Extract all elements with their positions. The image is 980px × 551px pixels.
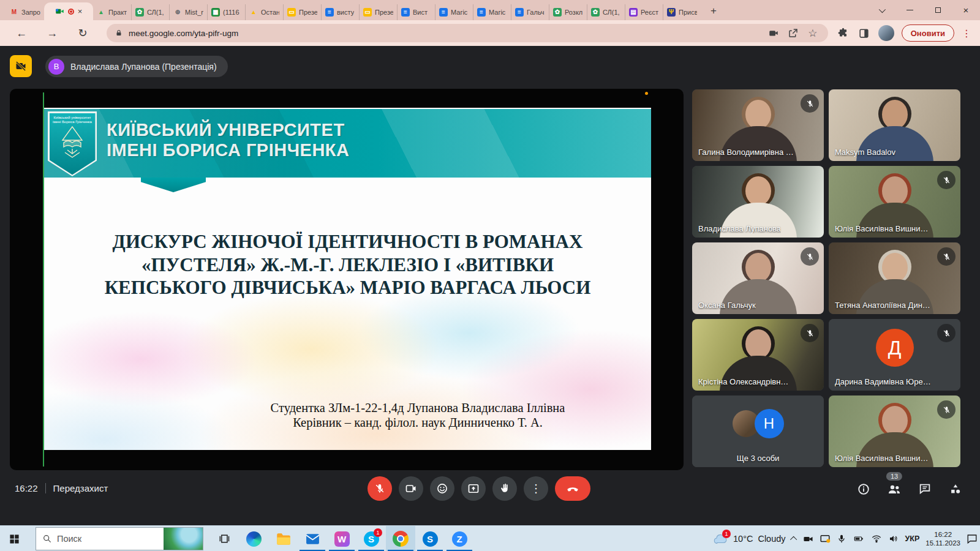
participant-tile[interactable]: Галина Володимирівна … (692, 89, 824, 161)
tab-close-icon[interactable]: × (78, 7, 83, 15)
tray-cast-icon[interactable] (820, 533, 831, 544)
task-view-button[interactable] (211, 526, 238, 551)
reading-mode-icon[interactable] (858, 26, 871, 40)
browser-tab[interactable]: ▲ Практ (93, 4, 131, 20)
mic-button[interactable] (368, 476, 392, 501)
meeting-info: 16:22 Передзахист (15, 483, 108, 493)
reactions-button[interactable] (430, 476, 454, 501)
window-close-button[interactable]: × (952, 0, 980, 20)
tab-favicon: ✿ (591, 8, 600, 17)
more-options-button[interactable]: ⋮ (524, 476, 548, 501)
camera-off-warning-icon[interactable] (10, 55, 32, 77)
tray-volume-icon[interactable] (888, 534, 899, 544)
participant-tile[interactable]: Юлія Василівна Вишни… (829, 166, 960, 238)
camera-permission-icon[interactable] (767, 26, 780, 40)
slide-supervisor-line: Керівник – канд. філол. наук Динниченко … (216, 415, 620, 430)
browser-tab[interactable]: ≡ Магіс (435, 4, 473, 20)
bookmark-star-icon[interactable]: ☆ (806, 26, 820, 40)
back-button[interactable]: ← (12, 24, 31, 42)
chrome-update-button[interactable]: Оновити (902, 24, 954, 42)
window-minimize-button[interactable] (895, 0, 924, 20)
browser-tab[interactable]: ✿ СЛ(1, (587, 4, 625, 20)
edge-app-icon[interactable] (239, 526, 268, 551)
browser-tab-active-meet[interactable]: × (44, 2, 93, 20)
participant-tile[interactable]: H H Ще 3 особи (692, 395, 824, 467)
slide-title-line-1: ДИСКУРС ЖІНОЧОЇ ІДЕНТИЧНОСТІ В РОМАНАХ (44, 230, 651, 253)
address-bar[interactable]: meet.google.com/yta-pifr-ugm ☆ (107, 24, 828, 42)
browser-tab[interactable]: ≡ висту (321, 4, 359, 20)
participant-tile[interactable]: Maksym Badalov (829, 89, 960, 161)
browser-tab[interactable]: ≡ Гальч (511, 4, 549, 20)
browser-tab[interactable]: ▦ (1116 (207, 4, 245, 20)
tab-favicon: ≡ (439, 8, 448, 17)
skype-app-icon[interactable]: S 1 (356, 526, 386, 551)
language-indicator[interactable]: УКР (905, 534, 920, 543)
browser-tab[interactable]: ▲ Остан (245, 4, 283, 20)
tray-camera-icon[interactable] (803, 534, 813, 544)
call-controls: ⋮ (368, 476, 590, 501)
meeting-details-button[interactable] (856, 482, 871, 497)
participant-tile[interactable]: Владислава Лупанова (692, 166, 824, 238)
browser-tab[interactable]: ≡ Магіс (473, 4, 511, 20)
camera-button[interactable] (399, 476, 423, 501)
tab-title: Запро (21, 9, 40, 16)
tray-battery-icon[interactable] (853, 534, 865, 544)
w-app-icon[interactable]: W (327, 526, 356, 551)
present-button[interactable] (461, 476, 486, 501)
activities-button[interactable] (948, 482, 963, 497)
action-center-icon[interactable] (967, 533, 978, 544)
reload-button[interactable]: ↻ (74, 24, 92, 42)
browser-tab[interactable]: Ψ Присв (663, 4, 701, 20)
browser-tab[interactable]: ✿ Розкл (549, 4, 587, 20)
browser-tab[interactable]: M Запро (6, 4, 44, 20)
raise-hand-button[interactable] (492, 476, 517, 501)
people-button[interactable]: 13 (887, 482, 902, 497)
share-icon[interactable] (786, 26, 800, 40)
weather-widget[interactable]: 1 10°C Cloudy (712, 532, 786, 545)
chrome-app-icon[interactable] (386, 526, 415, 551)
tray-expand-chevron-icon[interactable] (792, 536, 797, 541)
browser-tab[interactable]: ≡ Вист (397, 4, 435, 20)
presenting-indicator-dot (645, 92, 648, 95)
browser-tab-strip: M Запро × ▲ Практ ✿ СЛ(1, ⊕ Mist_n (0, 0, 980, 20)
taskbar-search-input[interactable]: Поиск (36, 527, 203, 550)
new-tab-button[interactable]: + (706, 3, 722, 19)
slide-student-line: Студентка ЗЛм-1-22-1,4д Лупанова Владисл… (216, 400, 620, 415)
tab-search-chevron-icon[interactable] (867, 0, 895, 20)
profile-avatar[interactable] (878, 25, 894, 41)
participant-tile[interactable]: Крістіна Олександрівн… (692, 319, 824, 391)
meeting-time: 16:22 (15, 483, 38, 493)
url-text: meet.google.com/yta-pifr-ugm (129, 29, 761, 38)
mail-app-icon[interactable] (298, 526, 327, 551)
z-app-icon[interactable]: Z (445, 526, 474, 551)
participant-tile[interactable]: Д Д Дарина Вадимівна Юре… (829, 319, 960, 391)
window-restore-button[interactable] (924, 0, 952, 20)
browser-tab[interactable]: ⊕ Mist_n (169, 4, 207, 20)
participant-name: Юлія Василівна Вишни… (835, 454, 929, 463)
desktop: M Запро × ▲ Практ ✿ СЛ(1, ⊕ Mist_n (0, 0, 980, 551)
tray-wifi-icon[interactable] (871, 534, 882, 544)
browser-toolbar: ← → ↻ meet.google.com/yta-pifr-ugm ☆ Оно… (0, 20, 980, 46)
tab-favicon: M (10, 8, 18, 17)
file-explorer-app-icon[interactable] (268, 526, 298, 551)
taskbar-clock[interactable]: 16:22 15.11.2023 (925, 530, 960, 547)
start-button[interactable] (0, 526, 28, 551)
end-call-button[interactable] (555, 476, 590, 501)
tab-favicon: ≡ (401, 8, 410, 17)
browser-tab[interactable]: ▤ Реєст (625, 4, 663, 20)
chat-button[interactable] (918, 482, 932, 497)
participant-tile[interactable]: Юлія Василівна Вишни… (829, 395, 960, 467)
tray-mic-icon[interactable] (837, 534, 846, 544)
participant-tile[interactable]: Оксана Гальчук (692, 242, 824, 314)
meeting-name: Передзахист (53, 483, 108, 493)
presentation-stage: Київський університет імені Бориса Грінч… (10, 89, 684, 470)
forward-button[interactable]: → (43, 24, 61, 42)
browser-menu-icon[interactable]: ⋮ (962, 28, 971, 39)
skype2-app-icon[interactable]: S (415, 526, 445, 551)
search-highlight-image (164, 528, 203, 550)
browser-tab[interactable]: ✿ СЛ(1, (131, 4, 169, 20)
browser-tab[interactable]: ▭ Презе (359, 4, 397, 20)
browser-tab[interactable]: ▭ Презе (283, 4, 321, 20)
extensions-puzzle-icon[interactable] (837, 26, 850, 40)
participant-tile[interactable]: Тетяна Анатоліївна Дин… (829, 242, 960, 314)
